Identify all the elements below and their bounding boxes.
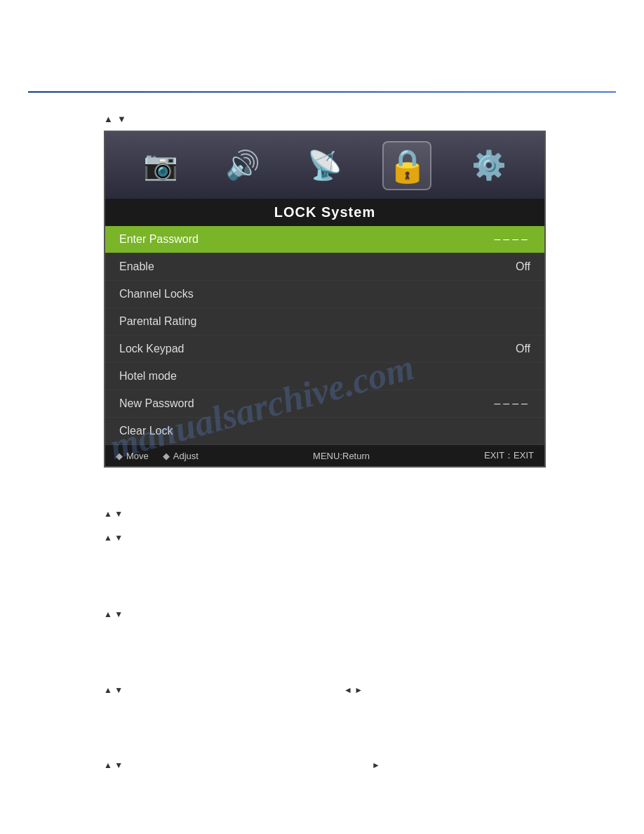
nav-arrows-top: ▲ ▼ bbox=[104, 114, 126, 124]
body-arrows-1: ▲ ▼ bbox=[104, 507, 123, 519]
clear-lock-label: Clear Lock bbox=[119, 425, 173, 437]
lock-keypad-label: Lock Keypad bbox=[119, 343, 185, 355]
down-arrow-icon: ▼ bbox=[117, 114, 126, 124]
body-arrows-2: ▲ ▼ bbox=[104, 531, 123, 543]
menu-row-clear-lock[interactable]: Clear Lock bbox=[105, 418, 544, 445]
icon-bar: 📷 🔊 📡 🔒 ⚙️ bbox=[105, 132, 544, 199]
adjust-label: Adjust bbox=[173, 451, 199, 461]
move-icon: ◆ bbox=[116, 451, 123, 461]
menu-row-enable[interactable]: Enable Off bbox=[105, 253, 544, 281]
move-section: ◆ Move bbox=[116, 451, 149, 461]
body-arrows-7: ► bbox=[372, 758, 380, 771]
menu-title: LOCK System bbox=[105, 199, 544, 226]
menu-row-channel-locks[interactable]: Channel Locks bbox=[105, 281, 544, 308]
menu-row-lock-keypad[interactable]: Lock Keypad Off bbox=[105, 336, 544, 363]
new-password-value: –––– bbox=[494, 397, 530, 410]
enable-label: Enable bbox=[119, 260, 154, 273]
move-label: Move bbox=[126, 451, 149, 461]
menu-row-hotel-mode[interactable]: Hotel mode bbox=[105, 363, 544, 390]
settings-menu-icon[interactable]: ⚙️ bbox=[464, 141, 514, 190]
hotel-mode-label: Hotel mode bbox=[119, 370, 177, 383]
photo-menu-icon[interactable]: 📷 bbox=[136, 141, 185, 190]
enter-password-label: Enter Password bbox=[119, 233, 199, 246]
tv-menu: 📷 🔊 📡 🔒 ⚙️ LOCK System Enter Password ––… bbox=[104, 131, 546, 468]
lock-menu-icon[interactable]: 🔒 bbox=[382, 141, 431, 190]
audio-menu-icon[interactable]: 🔊 bbox=[218, 141, 267, 190]
adjust-icon: ◆ bbox=[163, 451, 170, 461]
body-arrows-4: ▲ ▼ bbox=[104, 683, 123, 696]
menu-row-enter-password[interactable]: Enter Password –––– bbox=[105, 226, 544, 253]
lock-keypad-value: Off bbox=[516, 343, 530, 355]
exit-label: EXIT：EXIT bbox=[484, 450, 534, 461]
antenna-menu-icon[interactable]: 📡 bbox=[300, 141, 349, 190]
adjust-section: ◆ Adjust bbox=[163, 451, 199, 461]
body-arrows-3: ▲ ▼ bbox=[104, 607, 123, 620]
channel-locks-label: Channel Locks bbox=[119, 288, 194, 300]
menu-row-parental-rating[interactable]: Parental Rating bbox=[105, 308, 544, 336]
body-arrows-5: ◄ ► bbox=[344, 683, 363, 696]
exit-section: EXIT：EXIT bbox=[484, 449, 534, 462]
enter-password-value: –––– bbox=[494, 233, 530, 246]
top-divider bbox=[28, 91, 616, 93]
up-arrow-icon: ▲ bbox=[104, 114, 113, 124]
menu-return-label: MENU:Return bbox=[313, 451, 370, 461]
new-password-label: New Password bbox=[119, 397, 194, 410]
menu-row-new-password[interactable]: New Password –––– bbox=[105, 390, 544, 418]
parental-rating-label: Parental Rating bbox=[119, 315, 196, 328]
enable-value: Off bbox=[516, 260, 530, 273]
menu-return-section: MENU:Return bbox=[213, 451, 470, 461]
status-bar: ◆ Move ◆ Adjust MENU:Return EXIT：EXIT bbox=[105, 445, 544, 466]
body-arrows-6: ▲ ▼ bbox=[104, 758, 123, 771]
